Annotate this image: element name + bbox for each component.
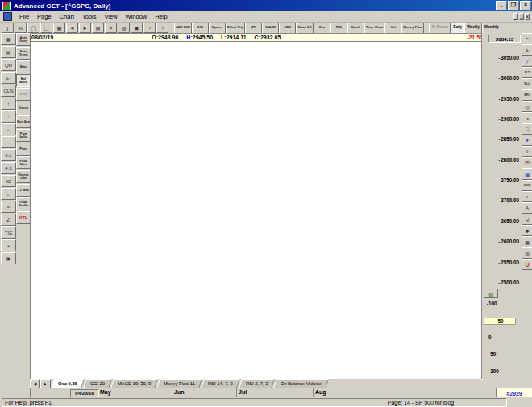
context-help-icon[interactable]: ? — [156, 23, 168, 33]
left-tool-scroll-left[interactable]: ← — [1, 123, 16, 135]
left-tool-box-tool[interactable]: □ — [1, 188, 16, 200]
study-button-vol[interactable]: Vol — [384, 23, 401, 34]
elliott-trigger-button[interactable]: ELT — [522, 67, 532, 78]
zoom-tool-icon[interactable]: Q — [522, 214, 532, 225]
axis-chart-button[interactable]: ▨ — [484, 289, 498, 298]
copy-page-icon[interactable]: ▤ — [92, 23, 104, 33]
period-button-daily[interactable]: Daily — [451, 23, 464, 34]
left-study-para-bolic[interactable]: Para bolic — [16, 129, 31, 142]
left-tool-scroll-right[interactable]: → — [1, 136, 16, 148]
close-button[interactable]: × — [520, 1, 531, 10]
left-tool-scroll-up[interactable]: ↑ — [1, 98, 16, 110]
back-icon[interactable]: ◄ — [66, 23, 78, 33]
menu-help[interactable]: Help — [151, 13, 171, 20]
menu-window[interactable]: Window — [122, 13, 152, 20]
open-icon[interactable]: ▦ — [53, 23, 65, 33]
study-button-osc[interactable]: Osc — [314, 23, 330, 34]
maximize-button[interactable]: ❐ — [508, 1, 519, 10]
left-tool-study-tool[interactable]: ST — [1, 72, 16, 84]
left-tool-print-chart[interactable]: ▣ — [1, 252, 16, 264]
left-tool-quick-reset[interactable]: QR — [1, 59, 16, 71]
eraser-icon[interactable]: ◊ — [522, 146, 532, 157]
left-study-donch[interactable]: Donch — [16, 102, 31, 114]
study-button-chan-3-1[interactable]: Chan 3-1 — [296, 23, 314, 34]
price-axis[interactable]: 3084.13 -3050.00-3000.00-2950.00-2900.00… — [481, 33, 522, 301]
minimize-button[interactable]: _ — [496, 1, 507, 10]
alert-icon[interactable]: ♪ — [522, 191, 532, 202]
study-button-cycles[interactable]: Cycles — [209, 23, 226, 34]
paint-icon[interactable]: ✱ — [522, 225, 532, 236]
left-tool-ratio-9-1[interactable]: 9:1 — [1, 149, 16, 161]
arrow-tool-icon[interactable]: ↘ — [522, 112, 532, 123]
left-study-auto-trend[interactable]: Auto Trend — [16, 47, 31, 60]
circle-tool-icon[interactable]: ◎ — [522, 101, 532, 112]
new-page-icon[interactable]: ▢ — [40, 23, 52, 33]
main-chart-panel[interactable] — [30, 41, 483, 302]
pointer-tool-icon[interactable]: × — [522, 33, 532, 44]
study-button-elliott-trig[interactable]: Elliott Trig — [226, 23, 245, 34]
left-study-regres-sion[interactable]: Regres sion — [16, 170, 31, 183]
study-button-cci[interactable]: CCI — [192, 23, 209, 34]
child-minimize-button[interactable]: _ — [513, 13, 518, 20]
ellipse-button[interactable]: ELL — [522, 78, 532, 89]
left-tool-pound-tool[interactable]: #Z — [1, 175, 16, 187]
pencil-icon[interactable]: ✎ — [522, 44, 532, 56]
left-study-mov-avg[interactable]: Mov Avg — [16, 115, 31, 128]
child-restore-button[interactable]: □ — [519, 13, 524, 20]
mob-ellipse-icon[interactable]: ● — [522, 135, 532, 146]
study-button-money-flow[interactable]: Money Flow — [401, 23, 424, 34]
left-study-delta[interactable]: Delta — [16, 88, 31, 101]
mob-button[interactable]: MOB — [522, 180, 532, 191]
link-tool-icon[interactable]: ʃ — [2, 23, 14, 33]
study-button-stoch[interactable]: Stoch — [347, 23, 364, 34]
study-button-jti[interactable]: JTI — [245, 23, 262, 34]
left-study-price-clust[interactable]: Price Clust — [16, 156, 31, 169]
text-tool-icon[interactable]: A — [522, 202, 532, 214]
zoom-icon[interactable]: ◯ — [27, 23, 39, 33]
left-tool-open-chart[interactable]: ▦ — [1, 33, 16, 45]
study-button-rsi[interactable]: RSI — [330, 23, 347, 34]
print-icon[interactable]: ▣ — [131, 23, 143, 33]
oscillator-panel[interactable] — [30, 301, 483, 380]
left-tool-lines-tool[interactable]: ≈ — [1, 201, 16, 213]
grid-icon[interactable]: ▩ — [522, 236, 532, 247]
study-button-obv[interactable]: OBV — [279, 23, 296, 34]
left-study-xtl[interactable]: XTL — [16, 211, 31, 224]
period-button-monthly[interactable]: Monthly — [482, 23, 501, 34]
period-button-60-minute[interactable]: 60 Minute — [429, 23, 451, 34]
forward-icon[interactable]: ► — [79, 23, 91, 33]
period-button-weekly[interactable]: Weekly — [464, 23, 482, 34]
menu-view[interactable]: View — [100, 13, 121, 20]
rectangle-tool-icon[interactable]: □ — [522, 123, 532, 135]
menu-page[interactable]: Page — [33, 13, 56, 20]
left-tool-add-tool[interactable]: + — [1, 239, 16, 251]
left-tool-scroll-down[interactable]: ↓ — [1, 110, 16, 123]
left-study-bol-band[interactable]: Bol Band — [16, 74, 31, 87]
quote-icon[interactable]: 99 — [15, 23, 27, 33]
left-study-pivot[interactable]: Pivot — [16, 143, 31, 156]
copy-icon[interactable]: ▥ — [522, 247, 532, 259]
left-study-auto-gann[interactable]: Auto Gann — [16, 33, 31, 46]
left-tool-tie-tool[interactable]: TIE — [1, 226, 16, 239]
trendlines-icon[interactable]: ╱ — [522, 56, 532, 67]
menu-tools[interactable]: Tools — [78, 13, 101, 20]
gann-grid-icon[interactable]: ▦ — [522, 168, 532, 180]
insert-chart-icon[interactable]: ▨ — [118, 23, 130, 33]
left-tool-templates[interactable]: ▤ — [1, 46, 16, 58]
study-button-macd[interactable]: MACD — [262, 23, 279, 34]
pti-button[interactable]: PTI — [522, 157, 532, 168]
study-button-time-clust[interactable]: Time Clust — [364, 23, 384, 34]
left-study-tj-web[interactable]: TJ Web — [16, 184, 31, 197]
child-close-button[interactable]: × — [525, 13, 530, 20]
delete-icon[interactable]: ✕ — [105, 23, 117, 33]
menu-chart[interactable]: Chart — [56, 13, 78, 20]
menu-file[interactable]: File — [15, 13, 33, 20]
undo-button[interactable]: U — [522, 259, 532, 270]
left-study-trade-profile[interactable]: Trade Profile — [16, 197, 31, 210]
study-button-adx-dmi[interactable]: ADX DMI — [174, 23, 192, 34]
left-tool-clear-tool[interactable]: CLN — [1, 85, 16, 97]
left-study-bias[interactable]: Bias — [16, 60, 31, 73]
left-tool-ratio-4-5[interactable]: 4:5 — [1, 162, 16, 174]
about-icon[interactable]: ? — [143, 23, 156, 33]
left-tool-gann-tool[interactable]: ∠ — [1, 214, 16, 226]
